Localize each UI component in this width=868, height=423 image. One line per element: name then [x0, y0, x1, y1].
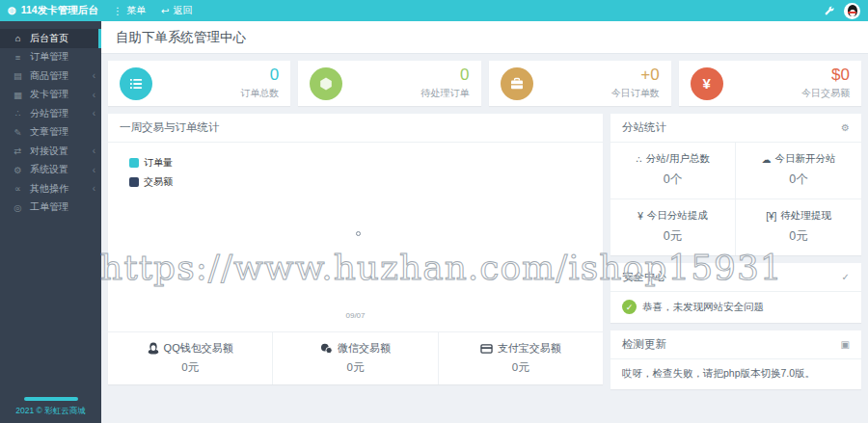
sidebar-item-substations[interactable]: ∴ 分站管理 ‹	[0, 104, 101, 123]
sidebar-footer-pill	[24, 397, 78, 401]
sidebar-footer: 2021 © 彩虹云商城	[0, 397, 101, 417]
sitemap-icon: ∴	[636, 154, 641, 165]
wrench-icon[interactable]	[824, 6, 834, 16]
sidebar-item-orders[interactable]: ≡ 订单管理	[0, 48, 101, 67]
return-arrow-icon: ↩	[161, 6, 169, 16]
dots-vertical-icon: ⋮	[113, 6, 122, 16]
list-icon: ≡	[13, 52, 23, 63]
update-box-icon[interactable]: ▣	[841, 339, 850, 350]
withdraw-icon: [¥]	[766, 211, 776, 222]
weekly-chart-panel: 一周交易与订单统计 订单量 交易额	[108, 114, 603, 384]
stat-value: 0	[240, 66, 279, 85]
yen-icon: ¥	[637, 211, 643, 222]
sidebar: ⌂ 后台首页 ≡ 订单管理 ▤ 商品管理 ‹ ▦ 发卡管理 ‹ ∴ 分站管理 ‹	[0, 21, 101, 423]
sidebar-item-tickets[interactable]: ◎ 工单管理	[0, 198, 101, 218]
main-content: 自助下单系统管理中心 0 订单总数	[101, 21, 868, 423]
pencil-icon: ✎	[13, 127, 23, 138]
security-message: ✓ 恭喜，未发现网站安全问题	[610, 292, 861, 323]
top-right-actions	[824, 3, 868, 19]
stat-card-total-orders: 0 订单总数	[108, 61, 290, 106]
substation-stats-panel: 分站统计 ⚙ ∴分站/用户总数 0个 ☁今日新开分站 0个	[610, 114, 861, 255]
app-logo[interactable]: ◍ 114发卡管理后台	[0, 4, 101, 17]
hexagon-circle-icon	[310, 67, 342, 100]
cloud-icon: ☁	[762, 154, 772, 165]
gear-icon[interactable]: ⚙	[841, 122, 850, 133]
legend-item-orders[interactable]: 订单量	[129, 156, 173, 170]
security-panel-title: 安全中心	[622, 270, 666, 284]
stat-card-today-amount: ¥ $0 今日交易额	[679, 61, 861, 106]
chart-panel-title: 一周交易与订单统计	[120, 120, 220, 135]
cell-today-commission: ¥今日分站提成 0元	[610, 199, 736, 255]
stat-value: $0	[801, 66, 850, 85]
stat-value: +0	[611, 66, 660, 85]
yen-circle-icon: ¥	[691, 67, 723, 100]
card-icon: ▦	[13, 90, 23, 100]
chevron-left-icon: ‹	[93, 165, 95, 175]
menu-toggle-button[interactable]: ⋮ 菜单	[113, 4, 146, 17]
chevron-left-icon: ‹	[93, 108, 95, 119]
chart-area: 订单量 交易额 09/07	[108, 143, 603, 331]
cell-pending-withdrawals: [¥]待处理提现 0元	[736, 199, 861, 255]
goods-icon: ▤	[13, 70, 23, 81]
chevron-left-icon: ‹	[93, 70, 95, 81]
briefcase-circle-icon	[501, 67, 533, 100]
sidebar-item-system-settings[interactable]: ⚙ 系统设置 ‹	[0, 161, 101, 180]
page-title-bar: 自助下单系统管理中心	[101, 21, 868, 54]
security-center-panel: 安全中心 ✓ ✓ 恭喜，未发现网站安全问题	[610, 263, 861, 323]
sidebar-item-cards[interactable]: ▦ 发卡管理 ‹	[0, 86, 101, 105]
legend-swatch-orders	[129, 158, 139, 168]
chevron-left-icon: ‹	[93, 90, 95, 100]
ticket-icon: ◎	[13, 202, 23, 213]
stat-label: 待处理订单	[421, 87, 470, 100]
chevron-left-icon: ‹	[93, 145, 95, 156]
sidebar-item-other-ops[interactable]: ∝ 其他操作 ‹	[0, 179, 101, 198]
sidebar-item-api-settings[interactable]: ⇄ 对接设置 ‹	[0, 142, 101, 161]
stat-label: 订单总数	[240, 87, 279, 100]
wechat-total: 微信交易额 0元	[273, 332, 438, 384]
top-header-bar: ◍ 114发卡管理后台 ⋮ 菜单 ↩ 返回	[0, 0, 868, 21]
home-icon: ⌂	[13, 33, 23, 43]
cell-total-substations: ∴分站/用户总数 0个	[610, 143, 736, 199]
page-title: 自助下单系统管理中心	[116, 29, 246, 46]
x-axis-tick-label: 09/07	[345, 311, 365, 320]
list-circle-icon	[120, 67, 152, 100]
globe-icon: ◍	[8, 6, 16, 15]
link-icon: ⇄	[13, 145, 23, 156]
qq-wallet-total: QQ钱包交易额 0元	[108, 332, 273, 384]
update-check-panel: 检测更新 ▣ 哎呀，检查失败，请把php版本切换7.0版。	[610, 330, 861, 389]
chart-data-point	[356, 231, 361, 236]
update-panel-title: 检测更新	[622, 337, 666, 352]
cell-new-substations: ☁今日新开分站 0个	[736, 143, 861, 199]
substation-panel-title: 分站统计	[622, 120, 666, 135]
stat-card-today-orders: +0 今日订单数	[489, 61, 671, 106]
screen: ◍ 114发卡管理后台 ⋮ 菜单 ↩ 返回	[0, 0, 868, 423]
qq-icon	[148, 342, 159, 355]
alipay-total: 支付宝交易额 0元	[439, 332, 603, 384]
chart-legend: 订单量 交易额	[129, 156, 173, 195]
gear-icon: ⚙	[13, 165, 23, 175]
stat-card-pending-orders: 0 待处理订单	[298, 61, 480, 106]
check-icon[interactable]: ✓	[842, 272, 850, 282]
security-ok-badge-icon: ✓	[622, 300, 637, 314]
stat-label: 今日订单数	[611, 87, 660, 100]
sidebar-item-home[interactable]: ⌂ 后台首页	[0, 29, 101, 48]
wechat-icon	[320, 343, 333, 355]
payment-totals-row: QQ钱包交易额 0元 微信交易额 0元	[108, 331, 603, 384]
sidebar-item-articles[interactable]: ✎ 文章管理	[0, 123, 101, 143]
back-button[interactable]: ↩ 返回	[161, 4, 192, 17]
user-avatar[interactable]	[844, 3, 860, 19]
stat-label: 今日交易额	[801, 87, 850, 100]
update-message: 哎呀，检查失败，请把php版本切换7.0版。	[610, 359, 861, 389]
app-title: 114发卡管理后台	[21, 4, 98, 17]
top-menu: ⋮ 菜单 ↩ 返回	[113, 4, 192, 17]
legend-item-amount[interactable]: 交易额	[129, 175, 173, 189]
sitemap-icon: ∴	[13, 108, 23, 119]
stat-value: 0	[421, 66, 470, 85]
chevron-left-icon: ‹	[93, 183, 95, 194]
share-icon: ∝	[13, 183, 23, 194]
copyright-text: 2021 © 彩虹云商城	[0, 406, 101, 417]
stats-row: 0 订单总数 0 待处理订单	[108, 61, 861, 106]
legend-swatch-amount	[129, 177, 139, 187]
sidebar-item-goods[interactable]: ▤ 商品管理 ‹	[0, 66, 101, 86]
alipay-card-icon	[480, 343, 493, 355]
